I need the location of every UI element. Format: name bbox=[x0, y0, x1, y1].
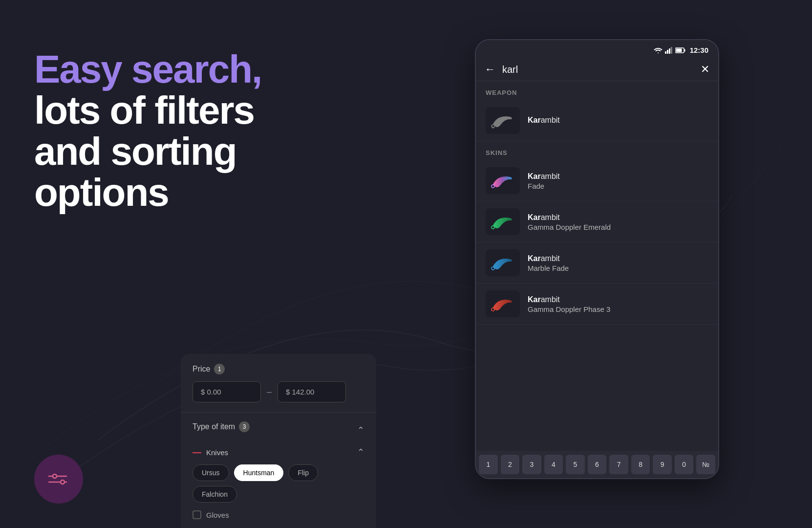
headline-line1: Easy search, bbox=[34, 47, 261, 91]
price-to-input[interactable] bbox=[278, 381, 346, 402]
status-time: 12:30 bbox=[690, 46, 708, 54]
status-icons bbox=[654, 47, 686, 54]
type-badge: 3 bbox=[239, 421, 250, 432]
weapon-image-karambit bbox=[486, 107, 520, 134]
result-text-karambit-weapon: Karambit bbox=[528, 115, 560, 126]
list-item[interactable]: Karambit Marble Fade bbox=[476, 242, 718, 284]
list-item[interactable]: Karambit Gamma Doppler Emerald bbox=[476, 201, 718, 242]
price-dash: – bbox=[267, 387, 272, 397]
result-subname: Gamma Doppler Emerald bbox=[528, 223, 611, 231]
keyboard: 1 2 3 4 5 6 7 8 9 0 № bbox=[476, 451, 718, 478]
result-text-karambit-emerald: Karambit Gamma Doppler Emerald bbox=[528, 212, 611, 231]
result-subname: Gamma Doppler Phase 3 bbox=[528, 305, 610, 313]
type-section: Type of item 3 ⌃ — Knives ⌃ Ursus Huntsm… bbox=[181, 413, 376, 528]
key-8[interactable]: 8 bbox=[631, 455, 650, 474]
gloves-checkbox[interactable] bbox=[192, 510, 201, 519]
skin-image-emerald bbox=[486, 208, 520, 235]
knife-tags-container: Ursus Huntsman Flip Falchion bbox=[192, 464, 364, 503]
svg-point-14 bbox=[491, 185, 494, 188]
search-bar[interactable]: ← karl ✕ bbox=[476, 58, 718, 81]
result-name: Karambit bbox=[528, 171, 560, 182]
result-subname: Marble Fade bbox=[528, 264, 569, 272]
svg-rect-9 bbox=[671, 47, 672, 54]
result-text-karambit-fade: Karambit Fade bbox=[528, 171, 560, 190]
type-label: Type of item 3 bbox=[192, 421, 250, 432]
key-9[interactable]: 9 bbox=[653, 455, 672, 474]
headline-line3: and sorting bbox=[34, 130, 236, 173]
knives-label: — Knives bbox=[192, 447, 228, 458]
result-subname: Fade bbox=[528, 182, 560, 190]
list-item[interactable]: Karambit Fade bbox=[476, 160, 718, 201]
battery-icon bbox=[675, 47, 686, 53]
gloves-row: Gloves bbox=[192, 510, 364, 519]
result-name: Karambit bbox=[528, 212, 611, 223]
filter-panel: Price 1 – Type of item 3 ⌃ — Knives ⌃ Ur… bbox=[181, 354, 376, 528]
price-badge: 1 bbox=[214, 364, 225, 374]
svg-point-15 bbox=[491, 226, 494, 229]
result-name: Karambit bbox=[528, 115, 560, 126]
key-num[interactable]: № bbox=[696, 455, 715, 474]
key-0[interactable]: 0 bbox=[675, 455, 694, 474]
weapon-section-header: WEAPON bbox=[476, 81, 718, 100]
status-bar: 12:30 bbox=[476, 40, 718, 58]
headline-line2: lots of filters bbox=[34, 88, 254, 132]
list-item[interactable]: Karambit Gamma Doppler Phase 3 bbox=[476, 284, 718, 325]
skin-image-marble bbox=[486, 249, 520, 276]
key-7[interactable]: 7 bbox=[609, 455, 628, 474]
key-4[interactable]: 4 bbox=[544, 455, 563, 474]
knives-minus-icon: — bbox=[192, 447, 201, 458]
knives-chevron-icon[interactable]: ⌃ bbox=[357, 447, 364, 458]
hero-section: Easy search, lots of filters and sorting… bbox=[34, 49, 261, 213]
filter-icon bbox=[48, 468, 69, 490]
headline: Easy search, lots of filters and sorting… bbox=[34, 49, 261, 213]
price-from-input[interactable] bbox=[192, 381, 261, 402]
headline-line4: options bbox=[34, 171, 169, 214]
back-button[interactable]: ← bbox=[485, 63, 495, 76]
wifi-icon bbox=[654, 47, 662, 54]
result-text-karambit-marble: Karambit Marble Fade bbox=[528, 253, 569, 272]
price-section: Price 1 – bbox=[181, 354, 376, 413]
svg-rect-6 bbox=[665, 51, 666, 54]
result-name: Karambit bbox=[528, 253, 569, 264]
knife-tag-falchion[interactable]: Falchion bbox=[192, 486, 237, 503]
skin-image-fade bbox=[486, 167, 520, 194]
svg-rect-12 bbox=[676, 48, 682, 52]
type-chevron-icon[interactable]: ⌃ bbox=[357, 425, 364, 436]
key-3[interactable]: 3 bbox=[522, 455, 541, 474]
svg-rect-11 bbox=[684, 49, 685, 51]
search-results: WEAPON Karambit SKINS bbox=[476, 81, 718, 441]
key-5[interactable]: 5 bbox=[566, 455, 585, 474]
gloves-label: Gloves bbox=[206, 511, 229, 519]
svg-point-17 bbox=[491, 308, 494, 311]
svg-rect-8 bbox=[669, 48, 670, 54]
result-text-karambit-phase3: Karambit Gamma Doppler Phase 3 bbox=[528, 294, 610, 313]
key-1[interactable]: 1 bbox=[479, 455, 498, 474]
svg-rect-7 bbox=[667, 50, 668, 54]
knife-tag-huntsman[interactable]: Huntsman bbox=[234, 464, 284, 481]
close-search-button[interactable]: ✕ bbox=[701, 63, 709, 76]
knives-header: — Knives ⌃ bbox=[192, 447, 364, 458]
signal-icon bbox=[665, 47, 673, 54]
skin-image-phase3 bbox=[486, 290, 520, 317]
key-6[interactable]: 6 bbox=[588, 455, 607, 474]
knife-tag-ursus[interactable]: Ursus bbox=[192, 464, 229, 481]
price-range: – bbox=[192, 381, 364, 402]
filter-icon-circle[interactable] bbox=[34, 455, 83, 504]
phone-mockup: 12:30 ← karl ✕ WEAPON Karambit bbox=[475, 39, 719, 479]
result-name: Karambit bbox=[528, 294, 610, 305]
search-query-display[interactable]: karl bbox=[502, 64, 694, 75]
type-header: Type of item 3 ⌃ bbox=[192, 421, 364, 439]
skins-section-header: SKINS bbox=[476, 141, 718, 160]
knife-tag-flip[interactable]: Flip bbox=[288, 464, 318, 481]
svg-point-16 bbox=[491, 267, 494, 270]
list-item[interactable]: Karambit bbox=[476, 100, 718, 141]
key-2[interactable]: 2 bbox=[501, 455, 520, 474]
price-label: Price 1 bbox=[192, 364, 364, 374]
